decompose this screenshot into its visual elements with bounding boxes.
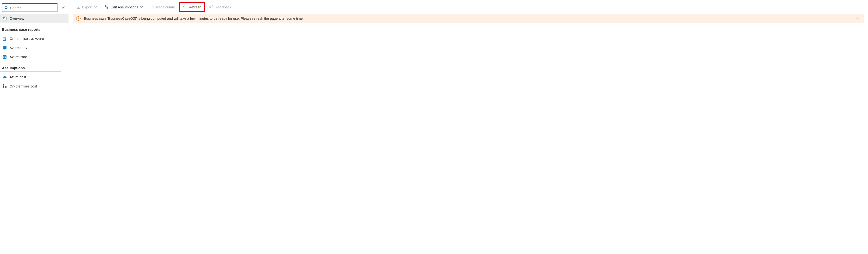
chevron-down-icon: [140, 6, 143, 8]
chart-icon: [2, 17, 7, 21]
nav-item-overview[interactable]: Overview: [0, 14, 68, 23]
section-header-assumptions: Assumptions: [0, 62, 61, 72]
nav-label: Azure cost: [10, 75, 26, 79]
svg-rect-4: [4, 18, 5, 20]
svg-rect-9: [3, 39, 5, 40]
nav-item-onprem-cost[interactable]: On-premises cost: [0, 82, 68, 91]
svg-text:DB: DB: [3, 56, 6, 58]
sidebar: Overview Business case reports On-premis…: [0, 0, 68, 254]
download-icon: [76, 5, 80, 9]
info-banner-text: Business case 'BusinessCase005' is being…: [84, 17, 304, 21]
chevron-down-icon: [94, 6, 97, 8]
edit-assumptions-button[interactable]: Edit Assumptions: [101, 3, 146, 11]
search-row: [0, 3, 68, 14]
svg-rect-7: [3, 37, 5, 38]
search-icon: [4, 6, 8, 10]
nav-item-azure-cost[interactable]: Azure cost: [0, 72, 68, 82]
svg-rect-3: [3, 19, 4, 20]
svg-rect-5: [5, 17, 6, 20]
sidebar-collapse-button[interactable]: [60, 4, 67, 11]
main-panel: Export Edit Assumptions Recalculate: [68, 0, 868, 254]
feedback-button[interactable]: Feedback: [206, 3, 234, 11]
section-header-reports: Business case reports: [0, 23, 61, 33]
close-banner-button[interactable]: [856, 16, 860, 21]
svg-rect-15: [5, 86, 6, 88]
monitor-icon: [2, 46, 7, 50]
svg-rect-17: [3, 85, 4, 86]
toolbar: Export Edit Assumptions Recalculate: [68, 0, 868, 14]
toolbar-label: Feedback: [215, 5, 231, 9]
recalculate-button[interactable]: Recalculate: [147, 3, 178, 11]
nav-item-onprem-vs-azure[interactable]: On-premises vs Azure: [0, 34, 68, 43]
toolbar-label: Export: [82, 5, 92, 9]
refresh-button[interactable]: Refresh: [179, 2, 205, 12]
svg-point-22: [210, 6, 211, 7]
svg-rect-10: [3, 46, 6, 49]
svg-point-19: [105, 5, 106, 7]
server-icon: [2, 84, 7, 89]
recalculate-icon: [150, 5, 154, 9]
feedback-icon: [209, 5, 214, 9]
svg-point-0: [5, 6, 7, 9]
export-button[interactable]: Export: [73, 3, 100, 11]
nav-label: On-premises cost: [10, 84, 37, 88]
svg-point-21: [107, 7, 108, 9]
nav-label: Azure IaaS: [10, 46, 27, 50]
nav-item-azure-paas[interactable]: DB Azure PaaS: [0, 53, 68, 62]
toolbar-label: Refresh: [189, 5, 202, 9]
svg-line-1: [7, 8, 8, 9]
refresh-icon: [183, 5, 187, 9]
search-input[interactable]: [10, 6, 55, 10]
cloud-icon: [2, 75, 7, 79]
toolbar-label: Recalculate: [156, 5, 175, 9]
nav-label: On-premises vs Azure: [10, 37, 44, 41]
nav-label: Overview: [10, 17, 24, 21]
document-icon: [2, 36, 7, 41]
sliders-icon: [104, 5, 109, 9]
nav-item-azure-iaas[interactable]: Azure IaaS: [0, 43, 68, 53]
svg-rect-11: [4, 49, 5, 50]
svg-rect-8: [3, 38, 5, 39]
toolbar-label: Edit Assumptions: [111, 5, 138, 9]
info-icon: i: [76, 17, 81, 21]
database-icon: DB: [2, 55, 7, 59]
nav-label: Azure PaaS: [10, 55, 28, 59]
svg-rect-16: [3, 85, 4, 85]
info-banner: i Business case 'BusinessCase005' is bei…: [73, 14, 864, 23]
search-box[interactable]: [2, 3, 58, 12]
